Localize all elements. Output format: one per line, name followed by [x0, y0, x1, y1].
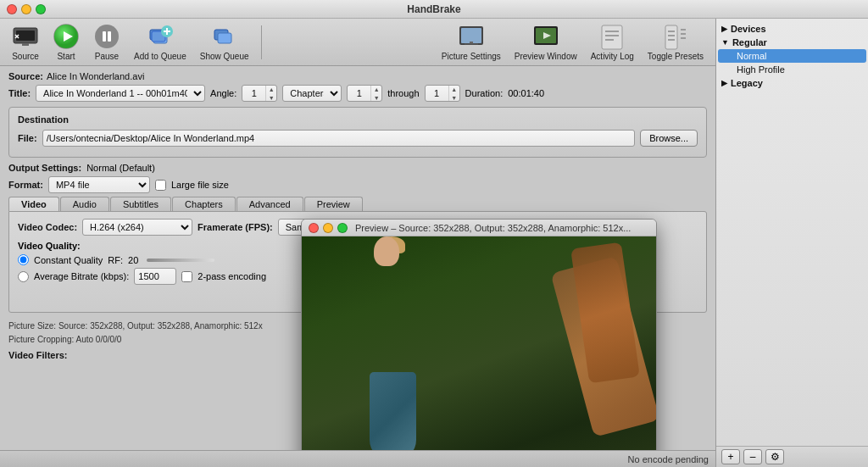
preview-window-icon: [532, 23, 559, 50]
sidebar-legacy-label: Legacy: [731, 78, 763, 88]
tab-preview[interactable]: Preview: [304, 197, 363, 211]
source-value: Alice In Wonderland.avi: [47, 71, 144, 81]
maximize-button[interactable]: [36, 4, 46, 14]
add-to-queue-label: Add to Queue: [134, 52, 186, 61]
angle-value: 1: [242, 85, 266, 102]
toolbar-separator: [261, 25, 262, 59]
title-label: Title:: [8, 88, 31, 98]
angle-label: Angle:: [210, 88, 236, 98]
format-row: Format: MP4 file Large file size: [8, 176, 707, 193]
sidebar-group-devices[interactable]: ▶ Devices: [716, 22, 868, 36]
format-select[interactable]: MP4 file: [48, 176, 150, 193]
add-to-queue-button[interactable]: Add to Queue: [129, 20, 192, 64]
constant-quality-radio[interactable]: [18, 254, 29, 265]
pause-label: Pause: [95, 52, 119, 61]
large-file-label: Large file size: [171, 180, 229, 190]
sidebar-item-high-profile[interactable]: High Profile: [716, 63, 868, 76]
preview-close-button[interactable]: [309, 223, 319, 233]
start-button[interactable]: Start: [47, 20, 85, 64]
regular-arrow-icon: ▼: [721, 38, 729, 47]
source-row: Source: Alice In Wonderland.avi: [8, 71, 707, 81]
browse-button[interactable]: Browse...: [640, 130, 698, 147]
app-title: HandBrake: [407, 3, 460, 15]
preview-minimize-button[interactable]: [323, 223, 333, 233]
picture-settings-label: Picture Settings: [442, 52, 501, 61]
title-row: Title: Alice In Wonderland 1 -- 00h01m40…: [8, 85, 707, 102]
twopass-checkbox[interactable]: [181, 271, 192, 282]
large-file-checkbox[interactable]: [155, 180, 166, 191]
svg-rect-1: [16, 31, 35, 41]
activity-log-button[interactable]: Activity Log: [586, 20, 639, 64]
twopass-label: 2-pass encoding: [198, 271, 266, 281]
chapter-from-down[interactable]: ▼: [371, 93, 381, 102]
angle-arrows[interactable]: ▲ ▼: [266, 85, 276, 102]
tab-audio[interactable]: Audio: [60, 197, 109, 211]
close-button[interactable]: [7, 4, 17, 14]
title-select[interactable]: Alice In Wonderland 1 -- 00h01m40s: [36, 85, 205, 102]
angle-down[interactable]: ▼: [266, 93, 276, 102]
angle-spinner[interactable]: 1 ▲ ▼: [242, 85, 277, 102]
picture-settings-icon: [458, 23, 485, 50]
preview-window-label: Preview Window: [515, 52, 577, 61]
devices-arrow-icon: ▶: [721, 25, 727, 33]
chapter-to-spinner[interactable]: 1 ▲ ▼: [425, 85, 460, 102]
toggle-presets-label: Toggle Presets: [648, 52, 704, 61]
bitrate-input[interactable]: [134, 268, 176, 285]
duration-value: 00:01:40: [508, 88, 544, 98]
through-label: through: [387, 88, 419, 98]
chapter-to-down[interactable]: ▼: [449, 93, 459, 102]
sidebar-group-legacy[interactable]: ▶ Legacy: [716, 76, 868, 90]
sidebar-devices-label: Devices: [731, 24, 766, 34]
tab-chapters[interactable]: Chapters: [172, 197, 236, 211]
file-label: File:: [18, 133, 37, 143]
tab-advanced[interactable]: Advanced: [236, 197, 303, 211]
toolbar-right: Picture Settings Preview Window: [437, 20, 709, 64]
show-queue-icon: [211, 23, 238, 50]
chapter-from-arrows[interactable]: ▲ ▼: [371, 85, 381, 102]
rf-value: 20: [128, 255, 138, 265]
pause-button[interactable]: Pause: [88, 20, 125, 64]
show-queue-label: Show Queue: [200, 52, 249, 61]
chapter-to-up[interactable]: ▲: [449, 85, 459, 93]
sidebar-item-normal[interactable]: Normal: [718, 49, 866, 63]
source-button[interactable]: Source: [7, 20, 44, 64]
avg-bitrate-label: Average Bitrate (kbps):: [34, 271, 129, 281]
chapter-to-value: 1: [426, 85, 449, 102]
remove-preset-button[interactable]: –: [743, 449, 762, 464]
chapter-from-spinner[interactable]: 1 ▲ ▼: [347, 85, 382, 102]
sidebar-group-regular[interactable]: ▼ Regular: [716, 36, 868, 49]
minimize-button[interactable]: [21, 4, 31, 14]
output-settings-label: Output Settings:: [8, 163, 81, 173]
codec-select[interactable]: H.264 (x264): [82, 219, 192, 236]
toggle-presets-button[interactable]: Toggle Presets: [643, 20, 709, 64]
destination-row: File: Browse...: [18, 130, 698, 147]
start-icon: [53, 23, 80, 50]
file-path-input[interactable]: [42, 130, 636, 147]
angle-up[interactable]: ▲: [266, 85, 276, 93]
avg-bitrate-radio[interactable]: [18, 271, 29, 282]
add-preset-button[interactable]: +: [721, 449, 740, 464]
show-queue-button[interactable]: Show Queue: [195, 20, 254, 64]
app-body: Source S: [0, 19, 868, 467]
tab-subtitles[interactable]: Subtitles: [110, 197, 171, 211]
codec-label: Video Codec:: [18, 222, 77, 232]
window-controls: [7, 4, 46, 14]
svg-rect-30: [665, 25, 677, 49]
preview-window[interactable]: Preview – Source: 352x288, Output: 352x2…: [301, 219, 657, 450]
chapter-to-arrows[interactable]: ▲ ▼: [449, 85, 459, 102]
preview-title: Preview – Source: 352x288, Output: 352x2…: [355, 223, 631, 233]
figure-head: [374, 236, 399, 266]
source-icon: [12, 23, 39, 50]
quality-slider[interactable]: [147, 259, 214, 262]
toolbar: Source S: [0, 19, 715, 66]
chapter-from-up[interactable]: ▲: [371, 85, 381, 93]
chapters-select[interactable]: Chapters: [282, 85, 342, 102]
picture-settings-button[interactable]: Picture Settings: [437, 20, 506, 64]
sidebar-high-profile-label: High Profile: [737, 64, 785, 75]
preset-settings-button[interactable]: ⚙: [765, 449, 784, 464]
tab-video[interactable]: Video: [8, 197, 59, 211]
preview-maximize-button[interactable]: [337, 223, 348, 233]
preview-window-button[interactable]: Preview Window: [509, 20, 582, 64]
svg-point-8: [95, 25, 119, 48]
svg-rect-2: [22, 43, 29, 46]
